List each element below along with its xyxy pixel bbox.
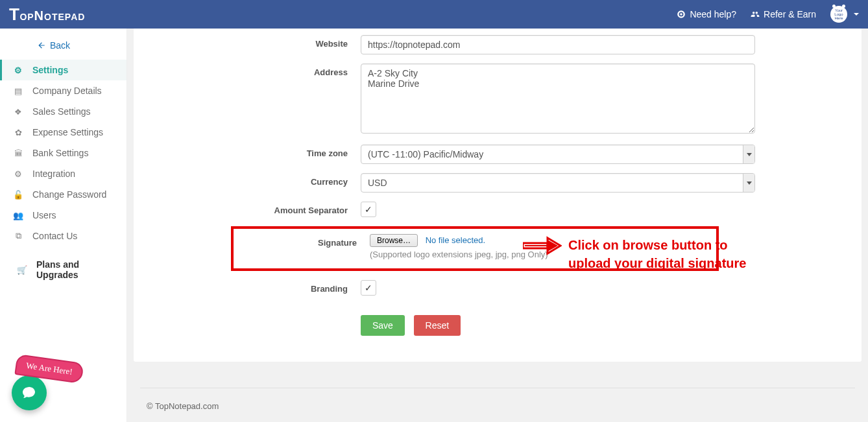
amount-separator-checkbox[interactable]: ✓ xyxy=(361,202,376,217)
timezone-select[interactable] xyxy=(361,145,755,164)
no-file-selected-text: No file selected. xyxy=(426,235,486,245)
brand-rest: opNotepad xyxy=(19,8,85,23)
chevron-down-icon xyxy=(854,13,859,16)
website-label: Website xyxy=(179,35,361,49)
sidebar-item-contact-us[interactable]: ⧉ Contact Us xyxy=(0,226,127,246)
currency-label: Currency xyxy=(179,173,361,187)
sidebar-item-label: Expense Settings xyxy=(32,127,103,137)
brand-logo[interactable]: TopNotepad xyxy=(9,5,85,25)
chat-icon xyxy=(21,385,37,401)
chat-widget: We Are Here! xyxy=(12,358,83,410)
sidebar-item-label: Plans and Upgrades xyxy=(36,259,119,280)
chat-button[interactable] xyxy=(12,375,47,410)
gears-icon: ⚙ xyxy=(13,169,23,179)
reset-button[interactable]: Reset xyxy=(414,315,461,336)
annotation: Click on browse button to upload your di… xyxy=(523,236,746,272)
users-icon: 👥 xyxy=(13,211,23,220)
signature-hint: (Supported logo extensions jpeg, jpg, pn… xyxy=(370,250,548,259)
main-content: Website Address Time zone Currenc xyxy=(127,29,868,422)
need-help-label: Need help? xyxy=(690,9,736,19)
idcard-icon: ⧉ xyxy=(13,231,23,241)
logo-badge-icon: Your Logo Here xyxy=(830,6,847,23)
file-icon: ▤ xyxy=(13,86,23,96)
sidebar-item-users[interactable]: 👥 Users xyxy=(0,205,127,226)
svg-rect-2 xyxy=(525,245,548,246)
sidebar-item-label: Settings xyxy=(32,65,68,75)
lock-icon: 🔓 xyxy=(13,190,23,200)
amount-separator-label: Amount Separator xyxy=(179,202,361,215)
sidebar-item-change-password[interactable]: 🔓 Change Password xyxy=(0,184,127,205)
life-ring-icon xyxy=(677,10,686,19)
gear-icon: ✿ xyxy=(13,128,23,137)
back-label: Back xyxy=(50,40,70,51)
topbar: TopNotepad Need help? Refer & Earn Your … xyxy=(0,0,868,29)
address-label: Address xyxy=(179,64,361,77)
save-button[interactable]: Save xyxy=(361,315,405,336)
arrow-left-icon xyxy=(37,41,46,50)
branding-label: Branding xyxy=(179,280,361,294)
bank-icon: 🏛 xyxy=(13,148,23,158)
sidebar-item-sales-settings[interactable]: ❖ Sales Settings xyxy=(0,101,127,122)
logo-menu[interactable]: Your Logo Here xyxy=(830,6,859,23)
browse-button[interactable]: Browse… xyxy=(370,234,418,247)
sidebar-item-company-details[interactable]: ▤ Company Details xyxy=(0,80,127,101)
cart-icon: 🛒 xyxy=(17,265,27,275)
sidebar-item-label: Sales Settings xyxy=(32,106,91,117)
sidebar-item-label: Contact Us xyxy=(32,231,77,241)
website-input[interactable] xyxy=(361,35,755,54)
branding-checkbox[interactable]: ✓ xyxy=(361,280,376,296)
brand-big: T xyxy=(9,5,19,25)
sidebar-item-bank-settings[interactable]: 🏛 Bank Settings xyxy=(0,143,127,163)
sidebar-item-integration[interactable]: ⚙ Integration xyxy=(0,163,127,184)
back-link[interactable]: Back xyxy=(0,35,107,60)
signature-label: Signature xyxy=(240,234,370,248)
sidebar-item-label: Integration xyxy=(32,169,75,179)
copyright-text: © TopNotepad.com xyxy=(147,401,219,411)
sidebar-item-expense-settings[interactable]: ✿ Expense Settings xyxy=(0,122,127,143)
footer: © TopNotepad.com xyxy=(140,388,855,422)
timezone-label: Time zone xyxy=(179,145,361,158)
need-help-link[interactable]: Need help? xyxy=(677,9,736,19)
sidebar-item-label: Change Password xyxy=(32,189,106,200)
address-textarea[interactable] xyxy=(361,64,755,134)
sidebar-item-plans[interactable]: 🛒 Plans and Upgrades xyxy=(0,254,127,285)
sidebar-item-label: Bank Settings xyxy=(32,148,88,158)
sidebar-item-label: Users xyxy=(32,210,56,220)
currency-select[interactable] xyxy=(361,173,755,193)
gear-icon: ⚙ xyxy=(13,65,23,75)
layers-icon: ❖ xyxy=(13,107,23,117)
annotation-line-2: upload your digital signature xyxy=(568,254,746,272)
refer-earn-link[interactable]: Refer & Earn xyxy=(751,9,816,19)
users-icon xyxy=(751,10,760,19)
refer-earn-label: Refer & Earn xyxy=(764,9,816,19)
sidebar-item-label: Company Details xyxy=(32,86,102,96)
annotation-line-1: Click on browse button to xyxy=(568,236,746,254)
sidebar-item-settings[interactable]: ⚙ Settings xyxy=(0,60,127,80)
arrow-right-icon xyxy=(523,236,562,255)
settings-panel: Website Address Time zone Currenc xyxy=(134,29,862,362)
